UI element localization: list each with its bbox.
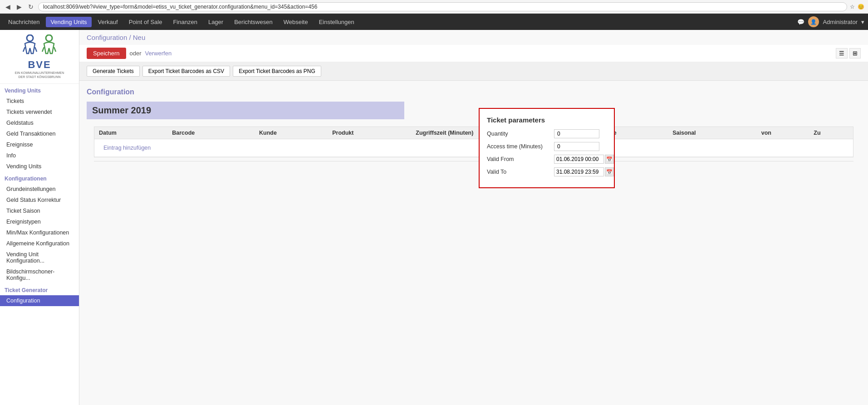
calendar-icon-valid-from[interactable]: 📅: [605, 155, 614, 164]
col-zu: Zu: [809, 127, 853, 139]
back-button[interactable]: ◀: [4, 2, 12, 11]
sidebar-item-info[interactable]: Info: [0, 150, 79, 161]
sidebar-item-ereignistypen[interactable]: Ereignistypen: [0, 216, 79, 227]
sidebar-item-minmax[interactable]: Min/Max Konfigurationen: [0, 227, 79, 238]
sidebar-item-bildschirmschoner[interactable]: Bildschirmschoner-Konfigu...: [0, 266, 79, 283]
user-emoji-icon: 😊: [858, 4, 864, 10]
table-add-row: Eintrag hinzufügen: [94, 139, 853, 157]
star-icon: ☆: [850, 4, 855, 10]
record-name-bar: Summer 2019: [87, 102, 404, 119]
nav-finanzen[interactable]: Finanzen: [168, 17, 201, 27]
sidebar-item-vending-units[interactable]: Vending Units: [0, 161, 79, 172]
logo-bve-text: BVE: [5, 59, 74, 71]
data-table-container: Datum Barcode Kunde Produkt Zugriffszeit…: [94, 127, 853, 157]
sidebar-item-ereignisse[interactable]: Ereignisse: [0, 139, 79, 150]
save-button[interactable]: Speichern: [87, 48, 126, 59]
add-entry-link[interactable]: Eintrag hinzufügen: [99, 142, 848, 154]
nav-lager[interactable]: Lager: [204, 17, 228, 27]
sidebar-item-vending-unit-konfig[interactable]: Vending Unit Konfiguration...: [0, 249, 79, 266]
sidebar-item-configuration[interactable]: Configuration: [0, 295, 79, 306]
record-name: Summer 2019: [92, 105, 151, 115]
breadcrumb: Configuration / Neu: [79, 30, 868, 45]
param-row-quantity: Quantity: [487, 129, 607, 138]
browser-address-bar: ◀ ▶ ↻ localhost:8069/web?#view_type=form…: [0, 0, 868, 14]
main-content: Configuration / Neu Speichern oder Verwe…: [79, 30, 868, 405]
param-input-valid-to[interactable]: [554, 167, 604, 176]
sidebar-section-vending: Vending Units: [0, 84, 79, 96]
sidebar: BVE Ein Kommunalunternehmender Stadt Kön…: [0, 30, 79, 405]
admin-label: Administrator: [823, 19, 858, 25]
discard-button[interactable]: Verwerfen: [145, 50, 172, 57]
avatar: 👤: [808, 16, 819, 27]
toolbar: Speichern oder Verwerfen ☰ ⊞: [79, 45, 868, 62]
param-row-access-time: Access time (Minutes): [487, 142, 607, 151]
nav-webseite[interactable]: Webseite: [279, 17, 313, 27]
col-barcode: Barcode: [167, 127, 255, 139]
logo-green-figure: [40, 34, 58, 57]
svg-line-5: [54, 47, 56, 52]
param-row-valid-to: Valid To 📅: [487, 167, 607, 176]
ticket-params-popup: Ticket parameters Quantity Access time (…: [479, 108, 615, 188]
form-section-title: Configuration: [87, 88, 861, 96]
nav-nachrichten[interactable]: Nachrichten: [4, 17, 44, 27]
grid-view-button[interactable]: ⊞: [849, 48, 861, 59]
svg-point-0: [27, 35, 33, 41]
param-label-valid-from: Valid From: [487, 156, 550, 162]
param-input-valid-from[interactable]: [554, 155, 604, 164]
nav-einstellungen[interactable]: Einstellungen: [314, 17, 359, 27]
calendar-icon-valid-to[interactable]: 📅: [605, 167, 614, 176]
logo-blue-figure: [21, 34, 39, 57]
svg-line-4: [42, 47, 44, 52]
svg-line-1: [23, 47, 25, 52]
url-input[interactable]: localhost:8069/web?#view_type=form&model…: [38, 2, 847, 11]
col-produkt: Produkt: [328, 127, 411, 139]
logo-subtitle: Ein Kommunalunternehmender Stadt Königsb…: [5, 71, 74, 79]
nav-berichtswesen[interactable]: Berichtswesen: [230, 17, 277, 27]
data-table: Datum Barcode Kunde Produkt Zugriffszeit…: [94, 127, 853, 157]
param-label-quantity: Quantity: [487, 131, 550, 137]
app-container: BVE Ein Kommunalunternehmender Stadt Kön…: [0, 30, 868, 405]
sidebar-item-tickets[interactable]: Tickets: [0, 96, 79, 107]
svg-point-3: [46, 35, 52, 41]
sidebar-item-ticket-saison[interactable]: Ticket Saison: [0, 205, 79, 216]
list-view-button[interactable]: ☰: [836, 48, 848, 59]
nav-point-of-sale[interactable]: Point of Sale: [124, 17, 167, 27]
form-area: Configuration Summer 2019 Ticket paramet…: [79, 81, 868, 181]
col-von: von: [757, 127, 809, 139]
table-header-row: Datum Barcode Kunde Produkt Zugriffszeit…: [94, 127, 853, 139]
sidebar-item-geldstatus[interactable]: Geldstatus: [0, 117, 79, 128]
sidebar-item-geld-transaktionen[interactable]: Geld Transaktionen: [0, 128, 79, 139]
top-navigation: Nachrichten Vending Units Verkauf Point …: [0, 14, 868, 30]
nav-verkauf[interactable]: Verkauf: [93, 17, 123, 27]
admin-dropdown-icon[interactable]: ▾: [861, 19, 864, 25]
nav-vending-units[interactable]: Vending Units: [46, 17, 91, 27]
param-input-quantity[interactable]: [554, 129, 599, 138]
param-row-valid-from: Valid From 📅: [487, 155, 607, 164]
sidebar-logo: BVE Ein Kommunalunternehmender Stadt Kön…: [0, 30, 79, 84]
sidebar-item-tickets-verwendet[interactable]: Tickets verwendet: [0, 107, 79, 117]
forward-button[interactable]: ▶: [15, 2, 24, 11]
param-input-access-time[interactable]: [554, 142, 599, 151]
ticket-params-title: Ticket parameters: [487, 116, 607, 124]
sidebar-item-grundeinstellungen[interactable]: Grundeinstellungen: [0, 184, 79, 195]
col-saisonal: Saisonal: [668, 127, 757, 139]
discard-prefix: oder: [130, 50, 142, 57]
chat-icon[interactable]: 💬: [797, 19, 804, 25]
param-label-valid-to: Valid To: [487, 169, 550, 175]
generate-tickets-button[interactable]: Generate Tickets: [87, 66, 140, 77]
sidebar-item-allgemeine[interactable]: Allgemeine Konfiguration: [0, 238, 79, 249]
sidebar-item-geld-status-korrektur[interactable]: Geld Status Korrektur: [0, 195, 79, 205]
export-png-button[interactable]: Export Ticket Barcodes as PNG: [233, 66, 321, 77]
refresh-button[interactable]: ↻: [26, 2, 35, 11]
breadcrumb-text: Configuration / Neu: [87, 34, 145, 41]
col-kunde: Kunde: [255, 127, 328, 139]
bottom-section: [94, 161, 853, 171]
col-datum: Datum: [94, 127, 167, 139]
action-buttons-bar: Generate Tickets Export Ticket Barcodes …: [79, 62, 868, 81]
param-label-access-time: Access time (Minutes): [487, 143, 550, 150]
sidebar-section-config: Konfigurationen: [0, 172, 79, 184]
export-csv-button[interactable]: Export Ticket Barcodes as CSV: [142, 66, 230, 77]
sidebar-section-generator: Ticket Generator: [0, 283, 79, 295]
svg-line-2: [35, 47, 37, 52]
